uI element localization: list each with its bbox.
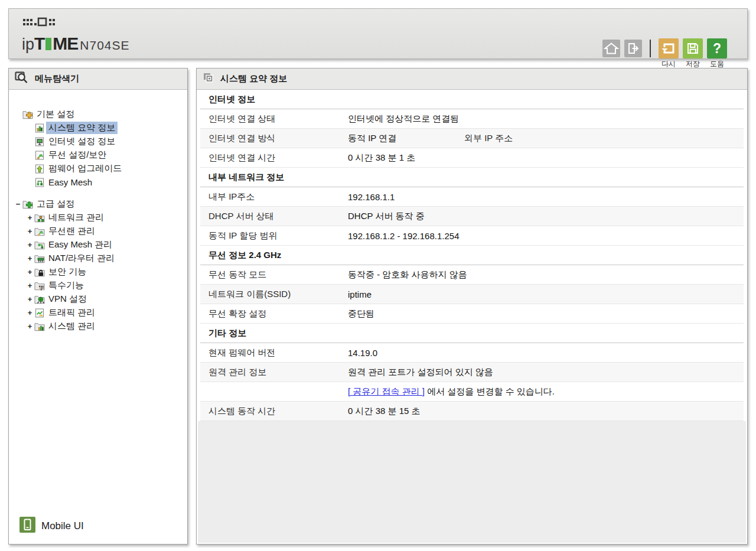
mobile-ui-label: Mobile UI <box>41 520 84 532</box>
brand-logo: ip T I ME N704SE <box>22 34 130 54</box>
sidebar-group-basic[interactable]: 기본 설정 <box>14 107 184 121</box>
sidebar-item-label: 인터넷 설정 정보 <box>46 135 118 148</box>
tree-children: 시스템 요약 정보인터넷 설정 정보무선 설정/보안펌웨어 업그레이드Easy … <box>25 121 184 189</box>
traffic-mgmt-icon <box>34 308 46 318</box>
sidebar-item-label: 네트워크 관리 <box>46 211 106 224</box>
pages-icon <box>203 72 214 86</box>
table-row: 인터넷 연결 방식동적 IP 연결외부 IP 주소 <box>200 129 744 148</box>
row-label: 무선 동작 모드 <box>200 269 348 281</box>
tree-group-advanced: −고급 설정+네트워크 관리+무선랜 관리+Easy Mesh 관리+NAT/라… <box>14 197 184 333</box>
table-row: 인터넷 연결 상태인터넷에 정상적으로 연결됨 <box>200 109 744 129</box>
sidebar-item-system-summary[interactable]: 시스템 요약 정보 <box>25 121 184 135</box>
special-func-icon <box>34 281 46 291</box>
sidebar-item-label: NAT/라우터 관리 <box>46 252 117 265</box>
logout-icon <box>624 50 642 59</box>
table-row: 동적 IP 할당 범위192.168.1.2 - 192.168.1.254 <box>200 226 744 246</box>
sidebar-item-label: 시스템 요약 정보 <box>46 122 118 134</box>
expand-marker[interactable]: − <box>14 200 22 208</box>
save-button[interactable] <box>683 38 703 58</box>
system-summary-icon <box>34 123 46 133</box>
sidebar-item-wireless-config[interactable]: 무선 설정/보안 <box>25 148 184 162</box>
section-header: 무선 정보 2.4 GHz <box>200 246 744 265</box>
expand-marker[interactable]: + <box>25 295 34 304</box>
expand-marker[interactable]: + <box>25 240 34 249</box>
tree-children: +네트워크 관리+무선랜 관리+Easy Mesh 관리+NAT/라우터 관리+… <box>25 211 184 333</box>
sidebar-item-label: 보안 기능 <box>46 266 89 278</box>
sidebar-item-vpn[interactable]: +VPN 설정 <box>25 292 184 306</box>
vpn-icon <box>34 295 46 304</box>
sidebar-item-special[interactable]: +특수기능 <box>25 279 184 292</box>
row-value: 192.168.1.2 - 192.168.1.254 <box>348 231 744 241</box>
wlan-mgmt-icon <box>34 227 46 236</box>
table-row: 원격 관리 정보원격 관리 포트가 설정되어 있지 않음 <box>200 363 744 382</box>
row-value: 중단됨 <box>348 308 744 319</box>
internet-config-icon <box>34 137 46 146</box>
table-row: 무선 동작 모드동작중 - 암호화 사용하지 않음 <box>200 265 744 285</box>
sidebar-group-advanced[interactable]: −고급 설정 <box>14 197 184 211</box>
sidebar-item-easymesh-mgmt[interactable]: +Easy Mesh 관리 <box>25 238 184 252</box>
sidebar-item-nat-mgmt[interactable]: +NAT/라우터 관리 <box>25 252 184 265</box>
header-toolbar: 다시 저장 ? 도움 <box>602 38 727 69</box>
sidebar-item-network-mgmt[interactable]: +네트워크 관리 <box>25 211 184 224</box>
sidebar-item-label: Easy Mesh 관리 <box>46 239 115 251</box>
router-access-mgmt-link[interactable]: [ 공유기 접속 관리 ] <box>348 386 425 396</box>
toolbar-divider <box>650 40 651 57</box>
advanced-settings-folder-icon <box>22 200 34 209</box>
sidebar-item-security[interactable]: +보안 기능 <box>25 265 184 279</box>
sidebar-item-wlan-mgmt[interactable]: +무선랜 관리 <box>25 224 184 238</box>
mobile-ui-button[interactable]: Mobile UI <box>19 517 84 536</box>
top-header: ip T I ME N704SE <box>8 8 748 59</box>
brand-green-i: I <box>45 38 51 50</box>
expand-marker[interactable]: + <box>25 308 34 317</box>
row-label: 내부 IP주소 <box>200 191 348 203</box>
expand-marker[interactable]: + <box>25 213 34 222</box>
row-label: 현재 펌웨어 버전 <box>200 347 348 358</box>
sidebar-item-easy-mesh[interactable]: Easy Mesh <box>25 175 184 189</box>
row-value: 0 시간 38 분 1 초 <box>348 152 744 164</box>
sidebar-title: 메뉴탐색기 <box>35 73 79 84</box>
expand-marker[interactable]: + <box>25 281 34 290</box>
help-button[interactable]: ? <box>707 38 727 58</box>
table-row: [ 공유기 접속 관리 ] 에서 설정을 변경할 수 있습니다. <box>200 382 744 402</box>
wireless-config-icon <box>34 151 46 160</box>
search-icon <box>15 71 29 86</box>
page: ip T I ME N704SE <box>0 0 756 551</box>
row-label: 인터넷 연결 상태 <box>200 113 348 125</box>
row-value: [ 공유기 접속 관리 ] 에서 설정을 변경할 수 있습니다. <box>348 386 744 397</box>
logout-button[interactable] <box>624 40 642 57</box>
row-extra-label: 외부 IP 주소 <box>464 133 744 144</box>
refresh-button[interactable] <box>659 38 679 58</box>
table-row: 현재 펌웨어 버전14.19.0 <box>200 343 744 363</box>
expand-marker[interactable]: + <box>25 254 34 263</box>
table-row: 내부 IP주소192.168.1.1 <box>200 187 744 207</box>
row-label: 인터넷 연결 시간 <box>200 152 348 164</box>
row-value: 14.19.0 <box>348 348 744 358</box>
row-label: 동적 IP 할당 범위 <box>200 230 348 242</box>
sidebar-item-traffic[interactable]: +트래픽 관리 <box>25 306 184 319</box>
logo-squares-icon <box>22 17 130 29</box>
easy-mesh-icon <box>34 178 46 187</box>
sidebar-item-label: 특수기능 <box>46 279 86 292</box>
link-suffix-text: 에서 설정을 변경할 수 있습니다. <box>425 386 555 396</box>
table-row: 인터넷 연결 시간0 시간 38 분 1 초 <box>200 148 744 168</box>
home-button[interactable] <box>602 40 620 57</box>
mobile-icon <box>19 517 35 536</box>
table-row: 네트워크 이름(SSID)iptime <box>200 285 744 304</box>
sidebar-item-internet-config[interactable]: 인터넷 설정 정보 <box>25 135 184 148</box>
sidebar-item-label: 무선 설정/보안 <box>46 149 109 161</box>
expand-marker[interactable]: + <box>25 322 34 331</box>
firmware-upgrade-icon <box>34 164 46 174</box>
table-row: 시스템 동작 시간0 시간 38 분 15 초 <box>200 402 744 421</box>
row-label: 무선 확장 설정 <box>200 308 348 319</box>
sidebar-item-label: 펌웨어 업그레이드 <box>46 162 124 175</box>
expand-marker[interactable]: + <box>25 227 34 236</box>
sidebar-item-firmware-upgrade[interactable]: 펌웨어 업그레이드 <box>25 162 184 175</box>
row-value: 동적 IP 연결 <box>348 133 464 144</box>
sidebar-item-system-mgmt[interactable]: +시스템 관리 <box>25 319 184 333</box>
expand-marker[interactable]: + <box>25 268 34 276</box>
menu-tree: 기본 설정시스템 요약 정보인터넷 설정 정보무선 설정/보안펌웨어 업그레이드… <box>9 90 187 333</box>
row-label: 네트워크 이름(SSID) <box>200 289 348 300</box>
brand: ip T I ME N704SE <box>22 17 130 54</box>
row-value: 인터넷에 정상적으로 연결됨 <box>348 113 744 125</box>
row-value: 원격 관리 포트가 설정되어 있지 않음 <box>348 367 744 378</box>
